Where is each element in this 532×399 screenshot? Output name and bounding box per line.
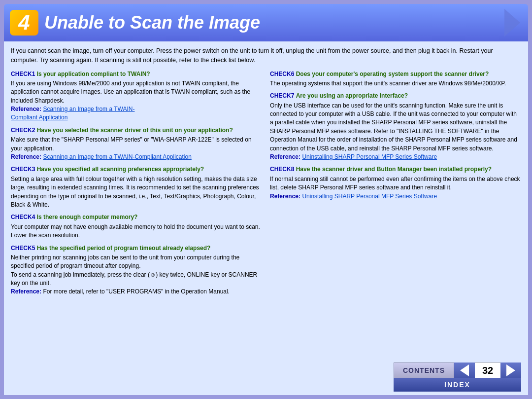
check1-label: CHECK1	[11, 71, 35, 77]
columns-container: CHECK1 Is your application compliant to …	[11, 70, 521, 392]
next-page-button[interactable]	[500, 363, 521, 378]
index-button[interactable]: INDEX	[394, 378, 521, 392]
check3-item: CHECK3 Have you specified all scanning p…	[11, 165, 262, 209]
check2-title: Have you selected the scanner driver of …	[37, 127, 233, 134]
bottom-navigation: CONTENTS 32 INDEX	[270, 361, 521, 391]
check3-label: CHECK3	[11, 166, 35, 173]
check5-label: CHECK5	[11, 245, 35, 252]
main-content: If you cannot scan the image, turn off y…	[4, 41, 528, 395]
check5-body: Neither printing nor scanning jobs can b…	[11, 254, 262, 288]
page-title: Unable to Scan the Image	[44, 12, 260, 33]
check1-body: If you are using Windows 98/Me/2000 and …	[11, 79, 262, 105]
page-header: 4 Unable to Scan the Image	[4, 4, 528, 41]
check1-ref: Reference: Scanning an Image from a TWAI…	[11, 105, 262, 122]
check8-body: If normal scanning still cannot be perfo…	[270, 175, 521, 192]
check1-item: CHECK1 Is your application compliant to …	[11, 70, 262, 122]
check6-item: CHECK6 Does your computer's operating sy…	[270, 70, 521, 88]
check7-label: CHECK7	[270, 92, 294, 99]
right-column: CHECK6 Does your computer's operating sy…	[270, 70, 521, 392]
nav-top-row: CONTENTS 32	[394, 363, 521, 378]
check7-ref: Reference: Uninstalling SHARP Personal M…	[270, 153, 521, 161]
page: 4 Unable to Scan the Image If you cannot…	[0, 0, 532, 399]
check8-label: CHECK8	[270, 166, 294, 173]
check6-label: CHECK6	[270, 71, 294, 77]
check8-ref: Reference: Uninstalling SHARP Personal M…	[270, 192, 521, 201]
check2-label: CHECK2	[11, 127, 35, 134]
check5-item: CHECK5 Has the specified period of progr…	[11, 244, 262, 296]
check5-ref-text: For more detail, refer to "USER PROGRAMS…	[43, 288, 230, 295]
chapter-number: 4	[10, 10, 38, 36]
check4-label: CHECK4	[11, 214, 35, 220]
check4-title: Is there enough computer memory?	[37, 214, 138, 220]
check7-title: Are you using an appropriate interface?	[296, 92, 408, 99]
check6-title: Does your computer's operating system su…	[296, 71, 489, 77]
check5-title: Has the specified period of program time…	[37, 245, 211, 252]
check6-body: The operating systems that support the u…	[270, 79, 521, 88]
check2-item: CHECK2 Have you selected the scanner dri…	[11, 126, 262, 162]
nav-bottom-row: INDEX	[394, 378, 521, 390]
check1-title: Is your application compliant to TWAIN?	[37, 71, 150, 77]
check3-body: Setting a large area with full colour to…	[11, 175, 262, 210]
check8-item: CHECK8 Have the scanner driver and Butto…	[270, 165, 521, 201]
check5-ref: Reference: For more detail, refer to "US…	[11, 288, 262, 296]
check3-title: Have you specified all scanning preferen…	[37, 166, 204, 173]
check2-ref: Reference: Scanning an Image from a TWAI…	[11, 153, 262, 161]
page-number: 32	[475, 363, 500, 378]
check2-body: Make sure that the "SHARP Personal MFP s…	[11, 136, 262, 153]
check7-item: CHECK7 Are you using an appropriate inte…	[270, 92, 521, 161]
left-column: CHECK1 Is your application compliant to …	[11, 70, 262, 392]
intro-paragraph: If you cannot scan the image, turn off y…	[11, 46, 521, 65]
contents-button[interactable]: CONTENTS	[394, 363, 454, 378]
prev-page-button[interactable]	[454, 363, 475, 378]
nav-stack: CONTENTS 32 INDEX	[394, 363, 521, 390]
check7-body: Only the USB interface can be used for t…	[270, 102, 521, 153]
header-arrow-icon	[504, 9, 520, 36]
check8-ref-link[interactable]: Uninstalling SHARP Personal MFP Series S…	[302, 193, 437, 200]
check4-body: Your computer may not have enough availa…	[11, 223, 262, 240]
check4-item: CHECK4 Is there enough computer memory? …	[11, 213, 262, 240]
check2-ref-link[interactable]: Scanning an Image from a TWAIN-Compliant…	[43, 153, 191, 160]
check7-ref-link[interactable]: Uninstalling SHARP Personal MFP Series S…	[302, 153, 437, 160]
check8-title: Have the scanner driver and Button Manag…	[296, 166, 492, 173]
